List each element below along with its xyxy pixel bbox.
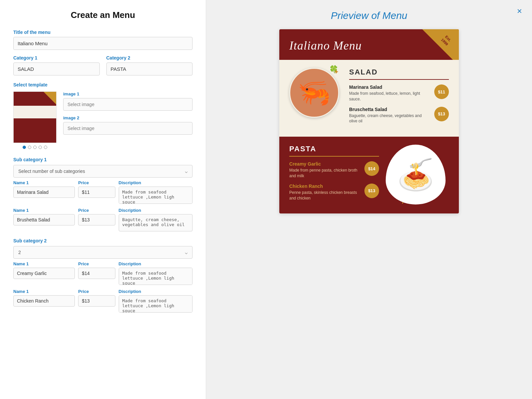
item2-name-input[interactable]: [13, 214, 75, 225]
item2-price-input[interactable]: [78, 214, 115, 225]
salad-item-1: Marinara Salad Made from seafood, lettuc…: [349, 84, 449, 102]
close-button[interactable]: ×: [517, 7, 522, 15]
salad-emoji: 🦐: [298, 77, 331, 108]
category1-input[interactable]: [13, 63, 100, 75]
item3-price-input[interactable]: [78, 268, 115, 279]
item1-name-input[interactable]: [13, 187, 75, 198]
item1-name-label: Name 1: [13, 180, 75, 185]
item4-desc-input[interactable]: Made from seafood lettuuce ,Lemon ligh s…: [119, 295, 193, 313]
item4-desc-label: Discription: [119, 289, 193, 294]
pasta-image: 🍝: [386, 145, 446, 204]
pasta-item-2-desc: Penne pasta, skinless chicken breasts an…: [289, 190, 361, 201]
pasta-item-1-info: Creamy Garlic Made from penne pasta, chi…: [289, 161, 361, 179]
salad-category-title: SALAD: [349, 68, 449, 76]
template-dots: [13, 146, 57, 149]
category1-label: Category 1: [13, 55, 100, 61]
sparkle-icon: ✦: [333, 68, 339, 76]
menu-card: Est.1999 Italiano Menu 🍀 🦐 ✦ SALAD Marin…: [279, 29, 459, 213]
item1-desc-input[interactable]: Made from seafood lettuuce ,Lemon ligh s…: [119, 187, 193, 204]
item1-price-input[interactable]: [78, 187, 115, 198]
dot-4[interactable]: [39, 146, 42, 149]
salad-image-wrapper: 🍀 🦐 ✦: [289, 68, 342, 121]
item3-name-label: Name 1: [13, 261, 75, 266]
dot-2[interactable]: [28, 146, 31, 149]
template-thumbnail[interactable]: [13, 91, 57, 143]
preview-title: Prieview of Menu: [219, 10, 519, 21]
pasta-image-wrapper: 🍝: [386, 145, 449, 204]
item2-name-label: Name 1: [13, 208, 75, 213]
image1-select-button[interactable]: Select image: [63, 98, 193, 111]
chevron-down-icon: ⌵: [185, 169, 188, 174]
pasta-emoji: 🍝: [397, 157, 434, 192]
salad-section: 🍀 🦐 ✦ SALAD Marinara Salad Made from sea…: [279, 60, 459, 137]
subcat1-label: Sub category 1: [13, 157, 193, 162]
salad-item-1-price: $11: [434, 84, 449, 99]
salad-item-2-desc: Baguette, cream cheese, vegetables and o…: [349, 113, 431, 124]
item3-desc-input[interactable]: Made from seafood lettuuce ,Lemon ligh s…: [119, 268, 193, 285]
subcat2-label: Sub category 2: [13, 238, 193, 243]
pasta-item-2-name: Chicken Ranch: [289, 184, 361, 189]
salad-item-1-desc: Made from seafood, lettuce, lemon, light…: [349, 91, 431, 102]
dot-5[interactable]: [44, 146, 47, 149]
item3-price-label: Price: [78, 261, 115, 266]
dot-3[interactable]: [33, 146, 37, 149]
pasta-section: PASTA Creamy Garlic Made from penne past…: [279, 137, 459, 213]
salad-item-2-price: $13: [434, 107, 449, 121]
image2-select-button[interactable]: Select image: [63, 122, 193, 135]
pasta-item-1-name: Creamy Garlic: [289, 161, 361, 167]
item4-name-label: Name 1: [13, 289, 75, 294]
menu-header: Est.1999 Italiano Menu: [279, 29, 459, 60]
category2-input[interactable]: [106, 63, 193, 75]
item4-name-input[interactable]: [13, 295, 75, 307]
item1-price-label: Price: [78, 180, 115, 185]
pasta-item-2-price: $13: [364, 184, 379, 198]
select-template-label: Select template: [13, 82, 193, 87]
salad-divider: [349, 79, 449, 80]
category2-label: Category 2: [106, 55, 193, 61]
panel-title: Create an Menu: [13, 10, 193, 20]
item4-price-label: Price: [78, 289, 115, 294]
item1-desc-label: Discription: [119, 180, 193, 185]
salad-item-2-name: Bruschetta Salad: [349, 107, 431, 112]
pasta-item-1-desc: Made from penne pasta, chicken broth and…: [289, 168, 361, 179]
pasta-item-2-info: Chicken Ranch Penne pasta, skinless chic…: [289, 184, 361, 201]
pasta-content: PASTA Creamy Garlic Made from penne past…: [289, 145, 379, 205]
preview-panel: × Prieview of Menu Est.1999 Italiano Men…: [206, 0, 532, 399]
item3-desc-label: Discription: [119, 261, 193, 266]
item4-price-input[interactable]: [78, 295, 115, 307]
subcat2-dropdown[interactable]: 2 ⌵: [13, 246, 193, 259]
pasta-item-1-price: $14: [364, 161, 379, 176]
salad-item-1-name: Marinara Salad: [349, 84, 431, 90]
pasta-divider: [289, 156, 379, 157]
menu-title-label: Title of the menu: [13, 30, 193, 35]
item2-desc-label: Discription: [119, 208, 193, 213]
pasta-category-title: PASTA: [289, 145, 379, 153]
menu-title-input[interactable]: [13, 37, 193, 50]
item3-name-input[interactable]: [13, 268, 75, 279]
image1-label: image 1: [63, 91, 193, 96]
salad-item-1-info: Marinara Salad Made from seafood, lettuc…: [349, 84, 431, 102]
subcat1-dropdown[interactable]: Select number of sub categories ⌵: [13, 165, 193, 178]
salad-item-2-info: Bruschetta Salad Baguette, cream cheese,…: [349, 107, 431, 124]
salad-content: SALAD Marinara Salad Made from seafood, …: [349, 68, 449, 129]
salad-item-2: Bruschetta Salad Baguette, cream cheese,…: [349, 107, 449, 124]
item2-price-label: Price: [78, 208, 115, 213]
pasta-item-1: Creamy Garlic Made from penne pasta, chi…: [289, 161, 379, 179]
create-menu-panel: Create an Menu Title of the menu Categor…: [0, 0, 206, 399]
salad-image: 🦐: [289, 68, 339, 118]
item2-desc-input[interactable]: Bagutte, cream cheese, vegetables and ol…: [119, 214, 193, 231]
image2-label: image 2: [63, 115, 193, 120]
pasta-item-2: Chicken Ranch Penne pasta, skinless chic…: [289, 184, 379, 201]
dot-1[interactable]: [23, 146, 26, 149]
chevron-down-icon-2: ⌵: [185, 250, 188, 255]
